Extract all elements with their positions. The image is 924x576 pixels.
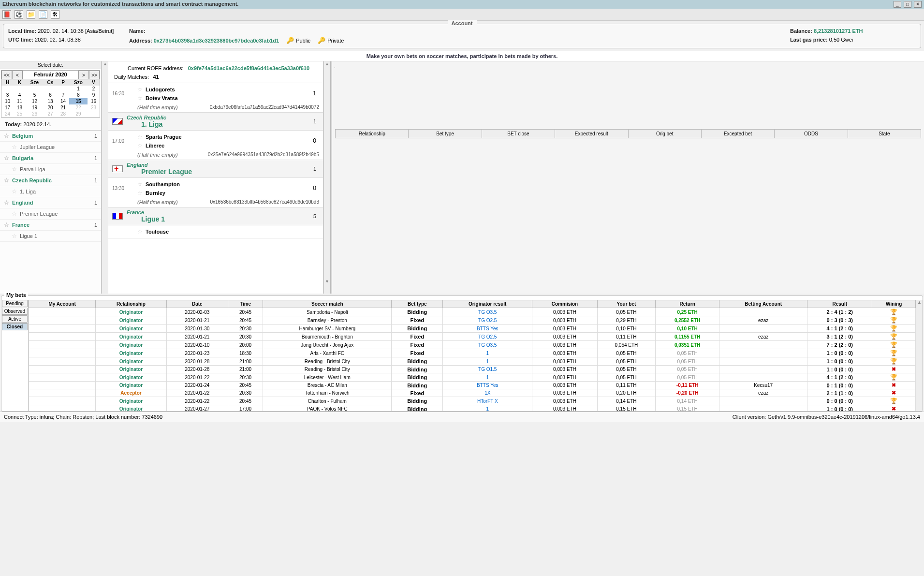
star-icon[interactable]: ☆ xyxy=(12,210,17,217)
mybets-tab[interactable]: Active xyxy=(2,315,28,323)
tools-icon[interactable]: 🛠 xyxy=(51,10,59,19)
star-icon[interactable]: ☆ xyxy=(4,177,9,184)
league-header[interactable]: EnglandPremier League1 xyxy=(108,160,323,178)
country-row[interactable]: ☆Bulgaria1 xyxy=(0,153,101,164)
cal-day-cell[interactable]: 21 xyxy=(57,104,69,111)
cal-day-cell[interactable]: 10 xyxy=(1,98,14,104)
mybets-tab[interactable]: Closed xyxy=(2,323,28,330)
cal-day-cell[interactable]: 5 xyxy=(26,92,44,98)
star-icon[interactable]: ☆ xyxy=(4,222,9,228)
star-icon[interactable]: ☆ xyxy=(12,188,17,195)
cal-day-cell[interactable]: 29 xyxy=(69,111,88,117)
cal-day-cell[interactable]: 20 xyxy=(44,104,57,111)
cal-day-cell[interactable]: 12 xyxy=(26,98,44,104)
mybets-row[interactable]: Originator2020-01-2420:45Brescia - AC Mi… xyxy=(29,382,916,389)
cal-first-button[interactable]: << xyxy=(1,71,12,79)
minimize-button[interactable]: _ xyxy=(894,1,901,8)
cal-day-cell[interactable]: 2 xyxy=(88,86,100,92)
cal-next-button[interactable]: > xyxy=(78,71,89,79)
league-row[interactable]: ☆Jupiler League xyxy=(0,142,101,153)
match-row[interactable]: 16:30☆Ludogorets☆Botev Vratsa1(Half time… xyxy=(108,83,323,113)
star-icon[interactable]: ☆ xyxy=(4,133,9,139)
scroll-up-icon[interactable]: ▲ xyxy=(324,61,330,66)
mybets-row[interactable]: Originator2020-01-2717:00PAOK - Volos NF… xyxy=(29,405,916,412)
scroll-up-icon[interactable]: ▲ xyxy=(916,300,923,305)
book-icon[interactable]: 📕 xyxy=(2,10,11,19)
cal-day-cell[interactable]: 27 xyxy=(44,111,57,117)
mybets-tab[interactable]: Pending xyxy=(2,300,28,307)
league-row[interactable]: ☆Ligue 1 xyxy=(0,231,101,242)
star-icon[interactable]: ☆ xyxy=(12,233,17,239)
star-icon[interactable]: ☆ xyxy=(4,155,9,162)
mybets-row[interactable]: Originator2020-01-3020:30Hamburger SV - … xyxy=(29,325,916,333)
country-row[interactable]: ☆France1 xyxy=(0,220,101,231)
cal-day-cell[interactable]: 4 xyxy=(14,92,26,98)
league-row[interactable]: ☆Premier League xyxy=(0,208,101,220)
cal-day-cell[interactable]: 16 xyxy=(88,98,100,104)
star-icon[interactable]: ☆ xyxy=(4,199,9,206)
mybets-row[interactable]: Acceptor2020-01-2220:30Tottenham - Norwi… xyxy=(29,389,916,397)
mybets-row[interactable]: Originator2020-01-2120:45Barnsley - Pres… xyxy=(29,316,916,325)
match-row[interactable]: ☆Toulouse xyxy=(108,225,323,238)
scroll-up-icon[interactable]: ▲ xyxy=(102,61,108,66)
star-icon[interactable]: ☆ xyxy=(137,95,143,102)
star-icon[interactable]: ☆ xyxy=(137,86,143,93)
cal-day-cell[interactable]: 23 xyxy=(88,104,100,111)
mybets-row[interactable]: Originator2020-02-0320:45Sampdoria - Nap… xyxy=(29,308,916,316)
match-row[interactable]: 13:30☆Southampton☆Burnley0(Half time emp… xyxy=(108,178,323,207)
cal-last-button[interactable]: >> xyxy=(89,71,100,79)
mybets-tab[interactable]: Observed xyxy=(2,308,28,315)
cal-day-cell[interactable]: 14 xyxy=(57,98,69,104)
star-icon[interactable]: ☆ xyxy=(12,166,17,173)
cal-day-cell[interactable]: 22 xyxy=(69,104,88,111)
rofe-value[interactable]: 0x9fe74a5d1ac6a22cde5f8a6d41e3ec5a33a0f6… xyxy=(188,65,309,71)
mybets-row[interactable]: Originator2020-01-2318:30Aris - Xanthi F… xyxy=(29,349,916,357)
maximize-button[interactable]: □ xyxy=(904,1,911,8)
cal-day-cell[interactable]: 1 xyxy=(69,86,88,92)
cal-day-cell[interactable]: 11 xyxy=(14,98,26,104)
star-icon[interactable]: ☆ xyxy=(137,133,143,140)
league-row[interactable]: ☆1. Liga xyxy=(0,186,101,197)
public-label[interactable]: Public xyxy=(296,38,310,44)
country-row[interactable]: ☆Belgium1 xyxy=(0,131,101,142)
cal-day-cell[interactable]: 6 xyxy=(44,92,57,98)
close-button[interactable]: × xyxy=(914,1,922,8)
star-icon[interactable]: ☆ xyxy=(137,190,143,196)
star-icon[interactable]: ☆ xyxy=(12,144,17,150)
private-label[interactable]: Private xyxy=(327,38,344,44)
mybets-row[interactable]: Originator2020-01-2821:00Reading - Brist… xyxy=(29,357,916,366)
mybets-row[interactable]: Originator2020-01-2120:30Bournemouth - B… xyxy=(29,333,916,341)
cal-day-cell[interactable]: 8 xyxy=(69,92,88,98)
soccer-icon[interactable]: ⚽ xyxy=(15,10,23,19)
cal-day-cell[interactable]: 18 xyxy=(14,104,26,111)
star-icon[interactable]: ☆ xyxy=(137,228,143,235)
address-value[interactable]: 0x273b4b0398a1d3c32923880bc97bdca0c3fab1… xyxy=(154,38,279,44)
star-icon[interactable]: ☆ xyxy=(137,142,143,149)
cal-day-cell[interactable]: 24 xyxy=(1,111,14,117)
league-row[interactable]: ☆Parva Liga xyxy=(0,164,101,175)
mybets-row[interactable]: Originator2020-02-1020:00Jong Utrecht - … xyxy=(29,341,916,349)
cal-day-cell[interactable]: 3 xyxy=(1,92,14,98)
cal-day-cell[interactable]: 28 xyxy=(57,111,69,117)
cal-day-cell[interactable]: 9 xyxy=(88,92,100,98)
document-icon[interactable]: 📄 xyxy=(39,10,47,19)
scroll-down-icon[interactable]: ▼ xyxy=(324,279,330,284)
league-header[interactable]: FranceLigue 15 xyxy=(108,207,323,225)
cal-day-cell[interactable]: 19 xyxy=(26,104,44,111)
cal-day-cell[interactable]: 7 xyxy=(57,92,69,98)
match-row[interactable]: 17:00☆Sparta Prague☆Liberec0(Half time e… xyxy=(108,131,323,160)
cal-day-cell[interactable]: 13 xyxy=(44,98,57,104)
star-icon[interactable]: ☆ xyxy=(137,181,143,188)
cal-prev-button[interactable]: < xyxy=(12,71,23,79)
cal-day-cell[interactable]: 25 xyxy=(14,111,26,117)
cal-day-cell[interactable]: 15 xyxy=(69,98,88,104)
mybets-row[interactable]: Originator2020-01-2220:45Charlton - Fulh… xyxy=(29,397,916,405)
country-row[interactable]: ☆Czech Republic1 xyxy=(0,175,101,186)
mybets-row[interactable]: Originator2020-01-2220:30Leicester - Wes… xyxy=(29,373,916,382)
folder-icon[interactable]: 📁 xyxy=(27,10,35,19)
cal-day-cell[interactable]: 17 xyxy=(1,104,14,111)
country-row[interactable]: ☆England1 xyxy=(0,197,101,208)
cal-day-cell[interactable]: 26 xyxy=(26,111,44,117)
mybets-row[interactable]: Originator2020-01-2821:00Reading - Brist… xyxy=(29,366,916,373)
league-header[interactable]: Czech Republic1. Liga1 xyxy=(108,113,323,131)
